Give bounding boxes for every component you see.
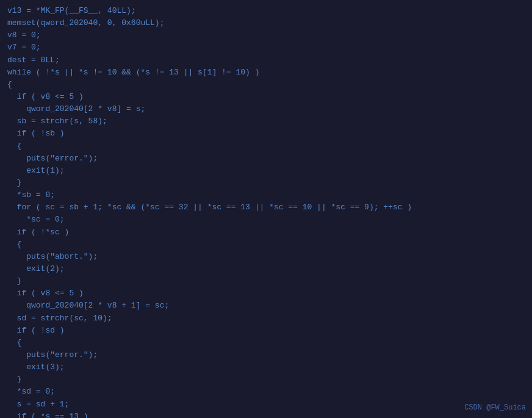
code-line: puts("error."); bbox=[7, 153, 525, 165]
code-line: { bbox=[7, 79, 525, 91]
code-line: *sb = 0; bbox=[7, 189, 525, 201]
code-line: if ( !sb ) bbox=[7, 128, 525, 140]
code-line: exit(1); bbox=[7, 165, 525, 177]
code-line: v8 = 0; bbox=[7, 29, 525, 41]
code-block: v13 = *MK_FP(__FS__, 40LL);memset(qword_… bbox=[7, 5, 525, 418]
code-line: puts("abort."); bbox=[7, 251, 525, 263]
code-line: exit(3); bbox=[7, 361, 525, 373]
code-line: puts("error."); bbox=[7, 349, 525, 361]
code-line: qword_202040[2 * v8] = s; bbox=[7, 103, 525, 115]
watermark: CSDN @FW_Suica bbox=[464, 403, 526, 412]
code-line: } bbox=[7, 177, 525, 189]
code-line: exit(2); bbox=[7, 263, 525, 275]
code-line: memset(qword_202040, 0, 0x60uLL); bbox=[7, 17, 525, 29]
code-line: if ( v8 <= 5 ) bbox=[7, 287, 525, 300]
code-line: { bbox=[7, 337, 525, 349]
code-line: v7 = 0; bbox=[7, 41, 525, 54]
code-line: for ( sc = sb + 1; *sc && (*sc == 32 || … bbox=[7, 201, 525, 214]
code-line: qword_202040[2 * v8 + 1] = sc; bbox=[7, 300, 525, 312]
code-container: v13 = *MK_FP(__FS__, 40LL);memset(qword_… bbox=[0, 0, 532, 418]
code-line: *sd = 0; bbox=[7, 386, 525, 398]
code-line: } bbox=[7, 373, 525, 386]
code-line: dest = 0LL; bbox=[7, 54, 525, 67]
code-line: } bbox=[7, 275, 525, 287]
code-line: { bbox=[7, 239, 525, 251]
code-line: if ( *s == 13 ) bbox=[7, 411, 525, 418]
code-line: sd = strchr(sc, 10); bbox=[7, 312, 525, 325]
code-line: v13 = *MK_FP(__FS__, 40LL); bbox=[7, 5, 525, 17]
code-line: if ( v8 <= 5 ) bbox=[7, 91, 525, 103]
code-line: if ( !*sc ) bbox=[7, 226, 525, 239]
code-line: s = sd + 1; bbox=[7, 398, 525, 411]
code-line: *sc = 0; bbox=[7, 214, 525, 226]
code-line: { bbox=[7, 140, 525, 153]
code-line: if ( !sd ) bbox=[7, 325, 525, 337]
code-line: while ( !*s || *s != 10 && (*s != 13 || … bbox=[7, 67, 525, 79]
code-line: sb = strchr(s, 58); bbox=[7, 115, 525, 128]
